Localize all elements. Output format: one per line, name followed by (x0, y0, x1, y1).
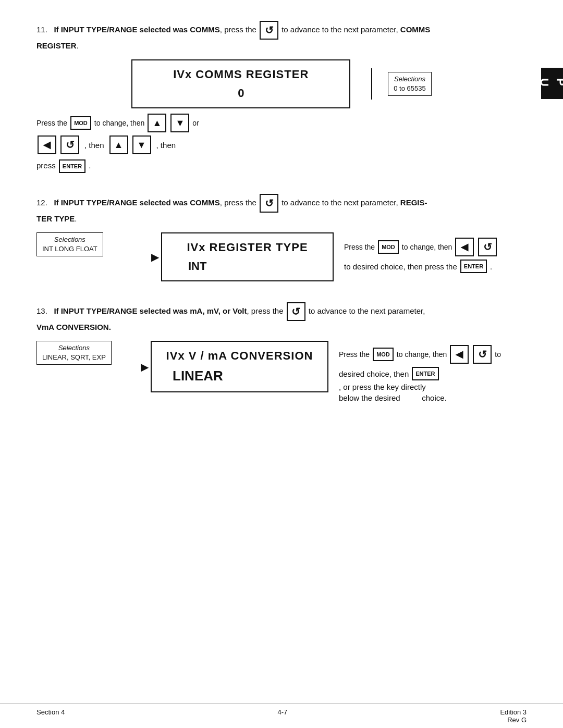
section-12-desired-line: to desired choice, then press the ENTER … (344, 260, 527, 273)
section-11-intro: 11. If INPUT TYPE/RANGE selected was COM… (36, 21, 527, 52)
footer-section: Section 4 (36, 708, 65, 724)
mod-button-13[interactable]: MOD (373, 348, 394, 361)
section-13-vma-bold: VmA CONVERSION. (36, 323, 111, 331)
cursor-arrow-13: ▶ (141, 361, 149, 373)
section-13-diagram: Selections LINEAR, SQRT, EXP ▶ IVx V / m… (36, 341, 527, 402)
register-type-title: IVx REGISTER TYPE (173, 241, 322, 254)
cursor-arrow-12: ▶ (151, 251, 159, 263)
selections-value-12: INT LONG FLOAT (42, 244, 97, 254)
section-12-number: 12. (36, 198, 47, 207)
enter-button-13[interactable]: ENTER (412, 367, 438, 380)
section-12-left: Selections INT LONG FLOAT (36, 232, 141, 260)
selections-11: Selections 0 to 65535 (388, 72, 431, 96)
selections-value-11: 0 to 65535 (394, 84, 425, 93)
page-footer: Section 4 4-7 Edition 3 Rev G (0, 704, 563, 728)
side-tab-inputs: INPUTS (541, 68, 563, 99)
section-11-register-bold: REGISTER (36, 41, 77, 50)
selections-value-13: LINEAR, SQRT, EXP (42, 353, 106, 362)
vma-conversion-value: LINEAR (162, 368, 317, 384)
up-arrow-button-11a[interactable]: ▲ (148, 114, 166, 132)
section-12-press-mod: Press the MOD to change, then ◀ ↺ (344, 238, 527, 256)
advance-button-11[interactable]: ↺ (260, 21, 278, 40)
section-13-left: Selections LINEAR, SQRT, EXP (36, 341, 130, 365)
section-13-intro: 13. If INPUT TYPE/RANGE selected was mA,… (36, 302, 527, 334)
section-13-display-wrap: ▶ IVx V / mA CONVERSION LINEAR (141, 341, 328, 392)
section-13-desired-line: desired choice, then ENTER , or press th… (339, 367, 527, 391)
section-13-bold-if: If INPUT TYPE/RANGE selected was mA, mV,… (54, 306, 247, 315)
section-12-bold-if: If INPUT TYPE/RANGE selected was COMMS (54, 198, 219, 207)
enter-button-11[interactable]: ENTER (59, 159, 85, 173)
section-12: 12. If INPUT TYPE/RANGE selected was COM… (36, 194, 527, 281)
register-type-display: IVx REGISTER TYPE INT (161, 232, 334, 281)
section-11-press-mod: Press the MOD to change, then ▲ ▼ or (36, 114, 527, 132)
section-11-arrow-line: ◀ ↺ , then ▲ ▼ , then (36, 135, 527, 154)
section-12-right: Press the MOD to change, then ◀ ↺ to des… (344, 232, 527, 273)
selections-label-12: Selections (42, 235, 97, 244)
section-11-bold-if: If INPUT TYPE/RANGE selected was COMMS (54, 25, 219, 34)
up-arrow-button-11b[interactable]: ▲ (109, 135, 128, 154)
selections-label-13: Selections (42, 343, 106, 353)
enter-button-12[interactable]: ENTER (460, 260, 487, 273)
section-13-number: 13. (36, 306, 47, 315)
down-arrow-button-11b[interactable]: ▼ (132, 135, 151, 154)
vma-conversion-title: IVx V / mA CONVERSION (162, 349, 317, 363)
refresh-button-11b[interactable]: ↺ (60, 135, 79, 154)
comms-register-display: IVx COMMS REGISTER 0 (131, 59, 350, 108)
section-11-press-enter: press ENTER . (36, 159, 527, 173)
left-arrow-button-12[interactable]: ◀ (455, 238, 474, 256)
comms-register-title: IVx COMMS REGISTER (143, 68, 339, 81)
section-12-ter-type-bold: TER TYPE (36, 214, 75, 223)
mod-button-11[interactable]: MOD (70, 116, 91, 130)
section-13-right: Press the MOD to change, then ◀ ↺ to des… (339, 341, 527, 402)
down-arrow-button-11a[interactable]: ▼ (170, 114, 189, 132)
section-12-regis-bold: REGIS- (400, 198, 427, 207)
advance-button-13[interactable]: ↺ (287, 302, 305, 321)
register-type-value: INT (173, 260, 322, 273)
footer-page: 4-7 (277, 708, 287, 724)
section-12-display-wrap: ▶ IVx REGISTER TYPE INT (151, 232, 334, 281)
left-arrow-button-11[interactable]: ◀ (38, 135, 56, 154)
selections-label-11: Selections (394, 75, 425, 84)
section-11-press-text: press the (224, 25, 259, 34)
section-12-diagram: Selections INT LONG FLOAT ▶ IVx REGISTER… (36, 232, 527, 281)
left-arrow-button-13[interactable]: ◀ (450, 345, 469, 364)
section-13-below-line: below the desired choice. (339, 393, 527, 402)
section-11-comms-reg-bold: COMMS (400, 25, 431, 34)
comms-register-value: 0 (143, 87, 339, 100)
section-11-number: 11. (36, 25, 47, 34)
mod-button-12[interactable]: MOD (378, 240, 399, 254)
refresh-button-13[interactable]: ↺ (473, 345, 492, 364)
vma-conversion-display: IVx V / mA CONVERSION LINEAR (151, 341, 328, 392)
section-12-intro: 12. If INPUT TYPE/RANGE selected was COM… (36, 194, 527, 225)
refresh-button-12[interactable]: ↺ (478, 238, 497, 256)
advance-button-12[interactable]: ↺ (260, 194, 278, 213)
arrow-to-selections-11 (366, 68, 372, 100)
footer-edition: Edition 3 Rev G (500, 708, 527, 724)
section-11-advance-text: to advance to the next parameter, (282, 25, 400, 34)
section-13: 13. If INPUT TYPE/RANGE selected was mA,… (36, 302, 527, 402)
section-13-press-mod: Press the MOD to change, then ◀ ↺ to (339, 345, 527, 364)
section-11: 11. If INPUT TYPE/RANGE selected was COM… (36, 21, 527, 173)
